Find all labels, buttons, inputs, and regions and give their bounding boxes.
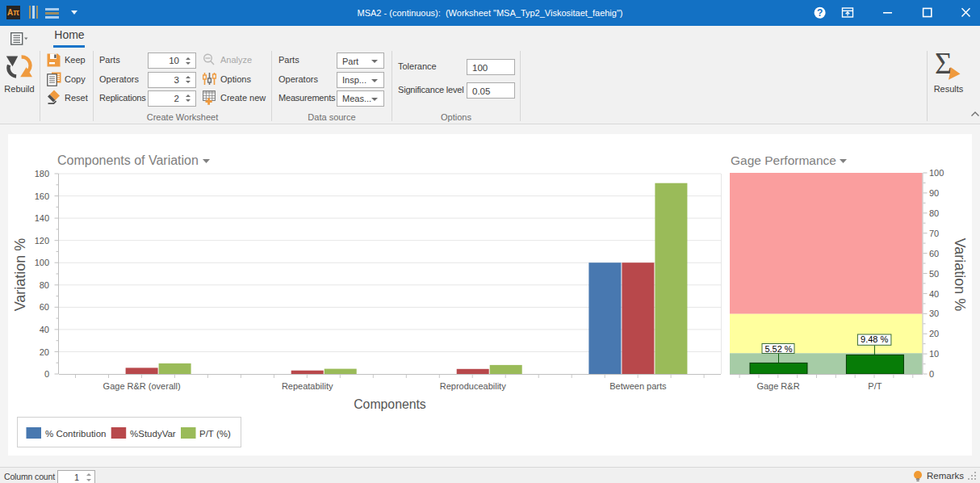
svg-text:160: 160 — [35, 191, 49, 201]
svg-text:40: 40 — [40, 325, 49, 334]
svg-text:Repeatability: Repeatability — [282, 381, 333, 391]
svg-text:Gage R&R: Gage R&R — [756, 381, 799, 391]
svg-text:180: 180 — [35, 169, 49, 178]
svg-text:9.48 %: 9.48 % — [861, 334, 888, 344]
svg-text:Variation %: Variation % — [952, 238, 968, 312]
svg-text:Between parts: Between parts — [609, 381, 667, 391]
svg-text:10: 10 — [929, 349, 939, 359]
svg-text:P/T (%): P/T (%) — [199, 429, 231, 439]
svg-text:5.52 %: 5.52 % — [764, 344, 792, 354]
svg-text:50: 50 — [929, 269, 939, 279]
svg-text:Gage Performance: Gage Performance — [731, 153, 836, 167]
svg-text:% Contribution: % Contribution — [45, 429, 106, 439]
svg-text:20: 20 — [40, 347, 49, 357]
svg-text:140: 140 — [35, 213, 49, 223]
svg-text:Reproduceability: Reproduceability — [440, 381, 506, 391]
svg-text:70: 70 — [929, 229, 939, 238]
svg-text:Gage R&R (overall): Gage R&R (overall) — [103, 381, 181, 391]
svg-text:120: 120 — [35, 236, 49, 246]
svg-text:80: 80 — [40, 280, 49, 290]
svg-text:40: 40 — [929, 289, 939, 299]
svg-text:Remarks: Remarks — [927, 471, 964, 481]
svg-text:Components: Components — [354, 397, 426, 411]
svg-text:90: 90 — [929, 188, 939, 198]
svg-text:60: 60 — [929, 249, 939, 258]
svg-text:100: 100 — [35, 258, 49, 267]
svg-text:0: 0 — [929, 369, 934, 379]
svg-text:100: 100 — [929, 168, 944, 178]
svg-text:60: 60 — [40, 302, 49, 312]
svg-text:0: 0 — [44, 369, 49, 379]
svg-text:%StudyVar: %StudyVar — [130, 429, 176, 439]
svg-text:20: 20 — [929, 329, 939, 338]
svg-text:80: 80 — [929, 208, 939, 218]
svg-text:P/T: P/T — [868, 381, 882, 391]
svg-text:Variation %: Variation % — [12, 238, 28, 312]
svg-text:Components of Variation: Components of Variation — [57, 153, 199, 167]
svg-text:30: 30 — [929, 309, 939, 318]
